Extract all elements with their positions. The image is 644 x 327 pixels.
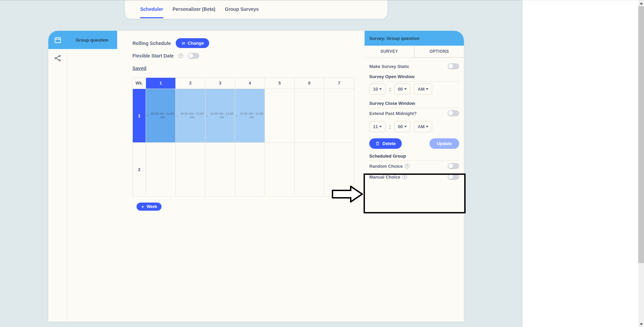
make-static-label: Make Survey Static	[369, 64, 410, 69]
help-icon[interactable]: ?	[178, 53, 183, 58]
open-window-title: Survey Open Window	[369, 74, 459, 81]
swap-icon	[181, 41, 186, 46]
update-button[interactable]: Update	[429, 138, 459, 149]
schedule-slot[interactable]	[205, 143, 235, 196]
help-icon[interactable]: ?	[405, 164, 410, 168]
svg-point-5	[59, 55, 60, 57]
svg-point-6	[59, 60, 60, 61]
sidebar-graph-icon[interactable]	[48, 49, 67, 67]
random-choice-toggle[interactable]	[448, 163, 459, 169]
manual-choice-toggle[interactable]	[448, 174, 459, 180]
svg-line-7	[56, 56, 59, 58]
make-static-toggle[interactable]	[448, 63, 459, 69]
trash-icon	[375, 141, 380, 146]
scroll-thumb[interactable]	[638, 6, 644, 263]
right-tab-survey[interactable]: SURVEY	[365, 46, 414, 57]
svg-rect-0	[55, 38, 61, 43]
day-header[interactable]: 2	[176, 78, 205, 89]
week-row-label: 2	[133, 143, 146, 196]
scroll-up-button[interactable]	[638, 0, 644, 6]
schedule-slot[interactable]: 10:00 AM - 11:00 AM	[176, 89, 205, 143]
whitespace-region	[522, 0, 644, 327]
schedule-slot[interactable]	[295, 143, 324, 196]
left-sidebar	[48, 31, 67, 322]
schedule-table: Wk. 1 2 3 4 5 6 7 1 10:00 AM - 11:00 AM	[132, 77, 354, 196]
rolling-schedule-label: Rolling Schedule	[132, 41, 171, 46]
loop-icon	[235, 114, 238, 117]
add-week-button[interactable]: Week	[137, 203, 162, 211]
open-min-select[interactable]: 00	[394, 84, 411, 95]
scheduled-group-title: Scheduled Group	[369, 154, 459, 161]
schedule-slot[interactable]	[235, 143, 265, 196]
group-question-tab[interactable]: Group question	[67, 31, 117, 49]
svg-point-4	[55, 57, 56, 59]
schedule-slot[interactable]	[176, 143, 205, 196]
help-icon[interactable]: ?	[402, 174, 407, 179]
right-panel: Survey: Group question SURVEY OPTIONS Ma…	[365, 31, 464, 322]
change-button[interactable]: Change	[176, 38, 209, 48]
delete-button[interactable]: Delete	[369, 138, 402, 149]
top-tabs-card: Scheduler Personalizer (Beta) Group Surv…	[125, 0, 387, 19]
sidebar-calendar-icon[interactable]	[48, 31, 67, 49]
svg-line-8	[56, 59, 59, 60]
right-panel-header: Survey: Group question	[365, 31, 464, 46]
manual-choice-label: Manual Choice?	[369, 174, 407, 180]
schedule-slot[interactable]	[146, 143, 176, 196]
day-header[interactable]: 4	[235, 78, 265, 89]
loop-icon	[146, 114, 149, 117]
day-header[interactable]: 7	[324, 78, 354, 89]
day-header[interactable]: 5	[265, 78, 295, 89]
tab-scheduler[interactable]: Scheduler	[140, 1, 163, 18]
week-row-label: 1	[133, 89, 146, 143]
scroll-down-button[interactable]	[638, 321, 644, 327]
day-header[interactable]: 3	[205, 78, 235, 89]
open-hour-select[interactable]: 10	[369, 84, 386, 95]
schedule-slot[interactable]	[265, 89, 295, 143]
schedule-slot[interactable]	[324, 89, 354, 143]
tab-group-surveys[interactable]: Group Surveys	[225, 1, 259, 18]
close-ampm-select[interactable]: AM	[414, 121, 432, 132]
tab-personalizer[interactable]: Personalizer (Beta)	[173, 1, 216, 18]
annotation-arrow-icon	[332, 186, 363, 203]
main-card: Group question Rolling Schedule Change F…	[48, 31, 464, 322]
loop-icon	[205, 114, 208, 117]
right-tab-options[interactable]: OPTIONS	[414, 46, 464, 57]
schedule-slot[interactable]: 10:00 AM - 11:00 AM	[146, 89, 176, 143]
wk-header: Wk.	[133, 78, 146, 89]
close-min-select[interactable]: 00	[394, 121, 411, 132]
schedule-slot[interactable]	[265, 143, 295, 196]
day-header[interactable]: 6	[295, 78, 324, 89]
loop-icon	[176, 114, 178, 117]
chevron-up-icon	[640, 2, 643, 4]
close-window-title: Survey Close Window	[369, 101, 459, 108]
close-hour-select[interactable]: 11	[369, 121, 386, 132]
schedule-slot[interactable]	[295, 89, 324, 143]
flexible-start-label: Flexible Start Date	[132, 53, 174, 59]
chevron-down-icon	[640, 323, 643, 325]
vertical-scrollbar[interactable]	[638, 0, 644, 327]
saved-link[interactable]: Saved	[132, 66, 146, 71]
schedule-slot[interactable]: 10:00 AM - 11:00 AM	[235, 89, 265, 143]
schedule-slot[interactable]: 10:00 AM - 11:00 AM	[205, 89, 235, 143]
plus-icon	[141, 205, 145, 209]
random-choice-label: Random Choice?	[369, 164, 410, 169]
open-ampm-select[interactable]: AM	[414, 84, 432, 95]
day-header[interactable]: 1	[146, 78, 176, 89]
extend-midnight-label: Extend Past Midnight?	[369, 111, 417, 116]
extend-midnight-toggle[interactable]	[448, 110, 459, 116]
flexible-start-toggle[interactable]	[188, 53, 199, 59]
